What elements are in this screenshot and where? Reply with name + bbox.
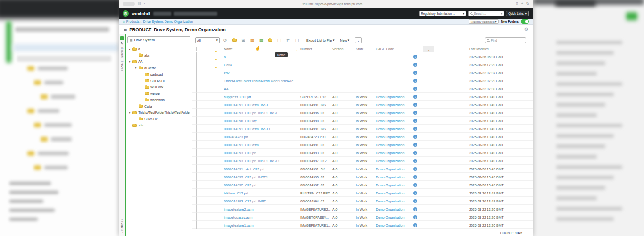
- column-header-sorted[interactable]: ⋮: [423, 46, 434, 52]
- cage-code-link[interactable]: Demo Organization: [376, 168, 413, 171]
- tree-item-wsclcwdb[interactable]: wsclcwdb: [127, 97, 190, 103]
- tree-item-wdfvw[interactable]: WDFVW: [127, 84, 190, 91]
- tree-item-sdfasdf[interactable]: SDFASDF: [127, 78, 190, 84]
- cage-code-link[interactable]: Demo Organization: [376, 216, 413, 219]
- item-name-link[interactable]: 0000014991_C12.asm: [224, 143, 300, 147]
- global-search-input[interactable]: Search... ▾: [468, 11, 504, 16]
- item-name-link[interactable]: imagefeature2.asm: [224, 207, 300, 211]
- info-icon[interactable]: i: [413, 79, 417, 83]
- item-name-link[interactable]: a: [224, 55, 300, 59]
- windchill-logo[interactable]: ⚙: [123, 10, 129, 17]
- more-actions-button[interactable]: ⋮: [355, 37, 362, 43]
- cage-code-link[interactable]: Demo Organization: [376, 111, 413, 115]
- select-all-checkbox[interactable]: [196, 47, 197, 51]
- column-menu-icon[interactable]: ⋮: [295, 47, 298, 51]
- move-icon[interactable]: ⇄: [284, 37, 292, 43]
- column-header-version[interactable]: Version: [332, 47, 356, 51]
- select-frame-icon[interactable]: ▢: [293, 37, 301, 43]
- breadcrumb-products[interactable]: Products: [126, 20, 140, 23]
- info-icon[interactable]: i: [413, 199, 417, 203]
- new-folders-toggle[interactable]: [521, 19, 529, 24]
- open-folder-icon[interactable]: [266, 37, 274, 43]
- share-icon[interactable]: ⇧: [515, 2, 519, 6]
- forward-icon[interactable]: ›: [148, 2, 149, 6]
- info-icon[interactable]: i: [413, 95, 417, 99]
- info-icon[interactable]: i: [413, 143, 417, 147]
- info-icon[interactable]: i: [413, 119, 417, 123]
- breadcrumb-context[interactable]: Drive System, Demo Organization: [143, 20, 193, 23]
- filter-select[interactable]: All ▾: [195, 37, 220, 43]
- traffic-lights[interactable]: [123, 2, 135, 6]
- info-icon[interactable]: i: [413, 223, 417, 227]
- info-icon[interactable]: i: [413, 191, 417, 195]
- item-name-link[interactable]: 0082484723.prt: [224, 135, 300, 139]
- item-name-link[interactable]: imagetopassy.asm: [224, 215, 300, 219]
- item-name-link[interactable]: 0000014998_C12.lay: [224, 119, 300, 123]
- tree-item-sdvsdv[interactable]: SDVSDV: [127, 116, 190, 123]
- new-tab-icon[interactable]: +: [521, 2, 524, 6]
- info-icon[interactable]: i: [413, 183, 417, 187]
- cage-code-link[interactable]: Demo Organization: [376, 184, 413, 187]
- collapse-arrow-icon[interactable]: ▾: [128, 60, 131, 63]
- column-header-cage[interactable]: CAGE Code: [376, 47, 413, 51]
- tree-item-thisisatestfolderthisisa[interactable]: ▾ThisIsATestFolderThisIsATestFolder ...: [127, 110, 190, 116]
- address-bar[interactable]: fe007tb378jpca-d-plm-devops.bdbs.ptc.com: [152, 2, 512, 6]
- info-icon[interactable]: i: [413, 55, 417, 59]
- navigator-tab[interactable]: Navigator: [121, 219, 124, 234]
- tree-item-a[interactable]: ▾a: [127, 46, 190, 52]
- document-icon[interactable]: [120, 36, 124, 40]
- info-icon[interactable]: i: [413, 175, 417, 179]
- cage-code-link[interactable]: Demo Organization: [376, 127, 413, 131]
- new-button[interactable]: New ▾: [340, 38, 350, 42]
- info-icon[interactable]: i: [413, 207, 417, 211]
- cage-code-link[interactable]: Demo Organization: [376, 119, 413, 123]
- quick-links-button[interactable]: Quick Links ▾: [506, 11, 529, 16]
- info-icon[interactable]: i: [413, 63, 417, 67]
- tree-root[interactable]: ▦ Drive System: [127, 36, 190, 43]
- cage-code-link[interactable]: Demo Organization: [376, 135, 413, 139]
- sidebar-icon[interactable]: ▤: [138, 2, 141, 6]
- item-name-link[interactable]: 0000014992_C12.prt: [224, 183, 300, 187]
- item-name-link[interactable]: imagefeature1.asm: [224, 223, 300, 228]
- cage-code-link[interactable]: Demo Organization: [376, 160, 413, 163]
- home-icon[interactable]: ⌂: [123, 19, 125, 24]
- recently-accessed-button[interactable]: Recently Accessed ▾: [469, 19, 499, 24]
- cage-code-link[interactable]: Demo Organization: [376, 103, 413, 107]
- item-name-link[interactable]: 0000014993_C12.prt_INST: [224, 199, 300, 203]
- cage-code-link[interactable]: Demo Organization: [376, 224, 413, 227]
- new-part-icon[interactable]: ▦: [248, 37, 256, 43]
- find-input[interactable]: Find: [485, 37, 526, 43]
- pencil-icon[interactable]: ✎: [121, 42, 124, 45]
- cage-code-link[interactable]: Demo Organization: [376, 152, 413, 155]
- gear-icon[interactable]: ⚙: [524, 27, 528, 32]
- info-icon[interactable]: i: [413, 111, 417, 115]
- collapse-arrow-icon[interactable]: ▾: [128, 48, 131, 51]
- item-name-link[interactable]: 0000014991_C12.asm_INST1: [224, 127, 300, 131]
- column-header-state[interactable]: State: [356, 47, 376, 51]
- cage-code-link[interactable]: Demo Organization: [376, 143, 413, 147]
- info-icon[interactable]: i: [413, 159, 417, 163]
- info-icon[interactable]: i: [413, 215, 417, 219]
- menu-icon[interactable]: ☰: [124, 27, 127, 32]
- item-name-link[interactable]: ThisIsATestFolderThisIsATestFolderThisIs…: [224, 79, 300, 83]
- row-checkbox[interactable]: [196, 220, 197, 229]
- tree-item-sadvcad[interactable]: sadvcad: [127, 71, 190, 78]
- tree-item-afaerfv[interactable]: ▾aFaerfv: [127, 65, 190, 72]
- export-list-button[interactable]: Export List to File ▾: [306, 38, 335, 42]
- collapse-arrow-icon[interactable]: ▾: [134, 67, 137, 69]
- item-name-link[interactable]: Catia: [224, 63, 300, 67]
- search-browse-tab[interactable]: Search | Browse: [121, 47, 124, 71]
- cage-code-link[interactable]: Demo Organization: [376, 192, 413, 195]
- item-name-link[interactable]: zdv: [224, 71, 300, 75]
- back-icon[interactable]: ‹: [144, 2, 146, 6]
- column-header-modified[interactable]: Last Modified: [469, 47, 526, 51]
- tabs-icon[interactable]: ⧉: [526, 2, 529, 6]
- new-document-icon[interactable]: ▦: [257, 37, 265, 43]
- refresh-icon[interactable]: ⟳: [222, 37, 229, 43]
- info-icon[interactable]: i: [413, 135, 417, 139]
- info-icon[interactable]: i: [413, 127, 417, 131]
- info-icon[interactable]: i: [413, 151, 417, 155]
- column-header-name[interactable]: Name ⋮: [224, 47, 300, 51]
- context-select[interactable]: Regulatory Submission ... ▾: [419, 11, 466, 16]
- cage-code-link[interactable]: Demo Organization: [376, 95, 413, 99]
